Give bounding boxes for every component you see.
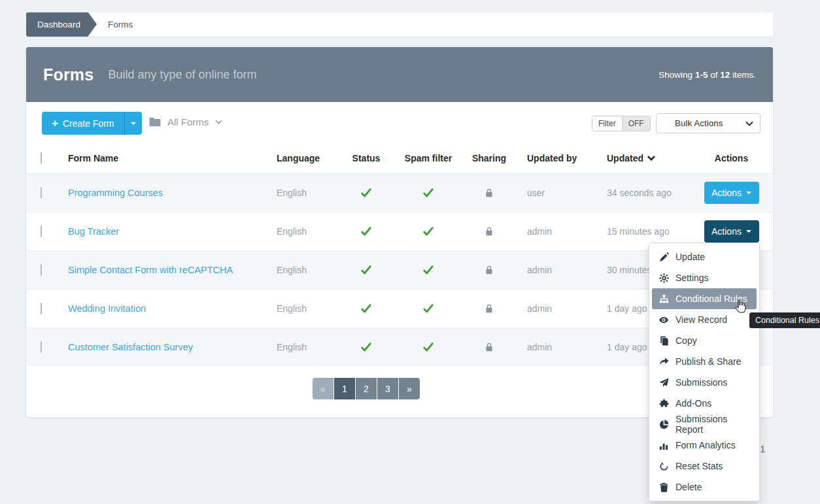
chevron-down-icon <box>746 192 751 194</box>
create-form-dropdown-toggle[interactable] <box>124 112 142 135</box>
updated-by-cell: admin <box>517 265 605 275</box>
language-cell: English <box>277 226 337 237</box>
sitemap-icon <box>658 294 669 304</box>
breadcrumb-current: Forms <box>108 20 133 29</box>
puzzle-icon <box>658 398 669 409</box>
create-form-label: Create Form <box>63 118 114 129</box>
page-title: Forms <box>43 65 94 84</box>
bar-chart-icon <box>658 440 669 450</box>
folder-icon <box>149 117 161 127</box>
lock-icon <box>485 188 494 198</box>
menu-item-copy[interactable]: Copy <box>649 330 759 351</box>
share-icon <box>658 356 669 367</box>
trash-icon <box>658 482 669 492</box>
menu-item-settings[interactable]: Settings <box>649 267 759 288</box>
menu-item-submissions-report[interactable]: Submissions Report <box>649 414 759 435</box>
select-all-checkbox[interactable] <box>41 152 42 164</box>
menu-item-submissions[interactable]: Submissions <box>649 372 759 393</box>
bulk-actions-select[interactable]: Bulk Actions <box>656 113 760 133</box>
updated-by-cell: admin <box>517 226 605 237</box>
filter-state-badge: OFF <box>622 116 650 131</box>
col-actions: Actions <box>690 153 773 163</box>
page-subtitle: Build any type of online form <box>108 68 256 82</box>
form-name-link[interactable]: Wedding Invitation <box>68 303 146 314</box>
actions-dropdown-menu: Update Settings Conditional Rules <box>649 243 760 501</box>
filter-toggle[interactable]: Filter OFF <box>592 116 651 131</box>
menu-item-add-ons[interactable]: Add-Ons <box>649 393 759 414</box>
eye-icon <box>658 314 669 325</box>
col-updated-sort[interactable]: Updated <box>605 153 655 163</box>
lock-icon <box>485 226 494 237</box>
form-name-link[interactable]: Customer Satisfaction Survey <box>68 342 193 352</box>
create-form-button[interactable]: + Create Form <box>42 112 124 135</box>
row-checkbox[interactable] <box>41 264 42 276</box>
menu-item-delete[interactable]: Delete <box>649 477 759 497</box>
menu-item-view-record[interactable]: View Record <box>649 309 759 330</box>
language-cell: English <box>277 265 337 275</box>
chevron-down-icon <box>745 121 753 126</box>
pagination-prev[interactable]: « <box>313 378 333 399</box>
status-check-icon <box>361 227 371 236</box>
breadcrumb-dashboard[interactable]: Dashboard <box>26 12 88 37</box>
col-status: Status <box>337 153 396 163</box>
updated-cell: 34 seconds ago <box>605 188 690 198</box>
pencil-icon <box>658 252 669 262</box>
status-check-icon <box>361 304 371 313</box>
folder-filter-label: All Forms <box>167 116 209 127</box>
row-actions-button[interactable]: Actions <box>704 182 759 204</box>
breadcrumb-arrow <box>88 12 97 36</box>
breadcrumb: Dashboard Forms <box>26 12 773 37</box>
sort-chevron-down-icon <box>647 156 655 161</box>
chevron-down-icon <box>746 230 751 233</box>
form-name-link[interactable]: Simple Contact Form with reCAPTCHA <box>68 265 233 275</box>
pagination-page-2[interactable]: 2 <box>356 378 377 399</box>
pagination-page-1[interactable]: 1 <box>334 378 355 399</box>
table-header-row: Form Name Language Status Spam filter Sh… <box>26 143 773 173</box>
updated-by-cell: admin <box>517 303 605 314</box>
gear-icon <box>658 273 669 283</box>
breadcrumb-dashboard-label: Dashboard <box>37 20 80 29</box>
filter-label: Filter <box>592 116 622 131</box>
form-name-link[interactable]: Programming Courses <box>68 188 163 198</box>
spam-filter-check-icon <box>423 343 434 352</box>
language-cell: English <box>277 342 337 352</box>
paper-plane-icon <box>658 377 669 388</box>
pagination-page-3[interactable]: 3 <box>377 378 398 399</box>
col-form-name: Form Name <box>68 153 277 163</box>
panel-header: Forms Build any type of online form Show… <box>26 47 773 102</box>
status-check-icon <box>361 265 371 275</box>
tooltip: Conditional Rules <box>749 312 820 328</box>
menu-item-reset-stats[interactable]: Reset Stats <box>649 456 759 477</box>
showing-total: 12 <box>720 70 730 80</box>
spam-filter-check-icon <box>423 188 434 197</box>
pagination-next[interactable]: » <box>399 378 420 399</box>
updated-by-cell: user <box>517 188 605 198</box>
menu-item-publish-share[interactable]: Publish & Share <box>649 351 759 372</box>
col-updated-by: Updated by <box>517 153 605 163</box>
status-check-icon <box>361 343 371 352</box>
spam-filter-check-icon <box>423 227 434 236</box>
menu-item-form-analytics[interactable]: Form Analytics <box>649 435 759 456</box>
lock-icon <box>485 265 494 275</box>
row-actions-button-open[interactable]: Actions <box>704 220 759 243</box>
chevron-down-icon <box>215 120 222 124</box>
menu-item-update[interactable]: Update <box>649 246 759 267</box>
col-spam-filter: Spam filter <box>396 153 461 163</box>
language-cell: English <box>277 188 337 198</box>
pagination: « 1 2 3 » <box>313 378 420 399</box>
status-check-icon <box>361 188 371 197</box>
menu-item-conditional-rules[interactable]: Conditional Rules <box>652 288 757 309</box>
spam-filter-check-icon <box>423 304 434 313</box>
copy-icon <box>658 335 669 346</box>
language-cell: English <box>277 303 337 314</box>
row-checkbox[interactable] <box>41 187 42 199</box>
row-checkbox[interactable] <box>41 303 42 314</box>
plus-icon: + <box>52 118 58 129</box>
col-language: Language <box>277 153 337 163</box>
row-checkbox[interactable] <box>41 226 42 237</box>
showing-range: 1-5 <box>695 70 708 80</box>
row-checkbox[interactable] <box>41 341 42 353</box>
create-form-split-button[interactable]: + Create Form <box>42 112 142 135</box>
folder-filter[interactable]: All Forms <box>149 116 222 127</box>
form-name-link[interactable]: Bug Tracker <box>68 226 119 237</box>
